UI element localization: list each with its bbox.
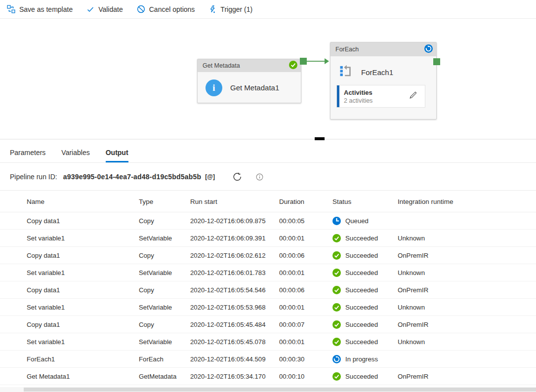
- get-metadata-output-port[interactable]: [300, 58, 307, 65]
- cell-integration-runtime: Unknown: [398, 338, 526, 346]
- cell-status: Succeeded: [332, 338, 398, 346]
- foreach-output-port[interactable]: [433, 58, 440, 65]
- status-succeeded-icon: [332, 320, 341, 329]
- cell-type: SetVariable: [139, 269, 190, 276]
- trigger-label: Trigger (1): [220, 5, 252, 13]
- cell-duration: 00:00:07: [279, 321, 332, 328]
- table-row[interactable]: Copy data1Copy2020-12-02T16:05:54.54600:…: [0, 281, 536, 299]
- status-succeeded-icon: [332, 286, 341, 294]
- cell-name: Get Metadata1: [27, 373, 139, 380]
- foreach-node[interactable]: ForEach ForEach1 Activities 2 activities: [330, 42, 437, 119]
- cell-type: SetVariable: [139, 338, 190, 346]
- table-row[interactable]: Set variable1SetVariable2020-12-02T16:05…: [0, 333, 536, 351]
- cell-name: Copy data1: [27, 321, 139, 328]
- cell-status: Succeeded: [332, 251, 398, 260]
- cancel-icon: [137, 5, 145, 13]
- status-label: Succeeded: [345, 338, 378, 346]
- table-row[interactable]: Set variable1SetVariable2020-12-02T16:06…: [0, 230, 536, 247]
- lightning-icon: [208, 5, 216, 13]
- cell-name: Copy data1: [27, 252, 139, 259]
- cell-name: Set variable1: [27, 269, 139, 276]
- pipeline-toolbar: Save as template Validate Cancel options…: [0, 0, 536, 19]
- foreach-node-body: ForEach1: [330, 56, 436, 80]
- get-metadata-node-header: Get Metadata: [198, 59, 301, 72]
- status-label: Queued: [345, 217, 369, 225]
- cell-integration-runtime: OnPremIR: [398, 252, 526, 259]
- cell-integration-runtime: OnPremIR: [398, 321, 526, 328]
- tab-variables[interactable]: Variables: [61, 149, 89, 162]
- cell-run-start: 2020-12-02T16:06:02.612: [190, 252, 279, 259]
- cell-run-start: 2020-12-02T16:06:09.391: [190, 235, 279, 242]
- cell-status: Queued: [332, 217, 398, 225]
- get-metadata-node-type-label: Get Metadata: [203, 62, 289, 69]
- cell-status: Succeeded: [332, 286, 398, 294]
- status-succeeded-icon: [332, 303, 341, 312]
- table-row[interactable]: Copy data1Copy2020-12-02T16:06:02.61200:…: [0, 247, 536, 264]
- trigger-button[interactable]: Trigger (1): [208, 5, 252, 13]
- copy-run-id-icon[interactable]: [@]: [205, 173, 215, 180]
- cell-name: Set variable1: [27, 304, 139, 311]
- cell-integration-runtime: OnPremIR: [398, 373, 526, 380]
- get-metadata-node-name: Get Metadata1: [230, 83, 279, 92]
- connector-line: [307, 61, 325, 62]
- table-row[interactable]: ForEach1ForEach2020-12-02T16:05:44.50900…: [0, 351, 536, 368]
- foreach-node-name: ForEach1: [361, 68, 393, 77]
- status-inprogress-icon: [332, 355, 341, 363]
- foreach-activities-card[interactable]: Activities 2 activities: [336, 85, 425, 108]
- cell-duration: 00:00:01: [279, 269, 332, 276]
- cell-run-start: 2020-12-02T16:06:01.783: [190, 269, 279, 276]
- column-header-name: Name: [27, 198, 139, 205]
- refresh-button[interactable]: [233, 172, 242, 182]
- status-succeeded-icon: [332, 372, 341, 381]
- info-button[interactable]: [256, 173, 263, 181]
- pipeline-canvas[interactable]: Get Metadata i Get Metadata1 ForEach For…: [0, 19, 536, 139]
- cell-status: Succeeded: [332, 269, 398, 277]
- table-row[interactable]: Copy data1Copy2020-12-02T16:06:09.87500:…: [0, 212, 536, 230]
- cell-type: Copy: [139, 286, 190, 294]
- foreach-node-header: ForEach: [330, 42, 436, 56]
- tab-parameters[interactable]: Parameters: [10, 149, 45, 162]
- horizontal-scrollbar-thumb[interactable]: [24, 388, 536, 392]
- connector-arrow-icon: [325, 58, 329, 64]
- cell-run-start: 2020-12-02T16:05:45.484: [190, 321, 279, 328]
- activity-runs-table: Name Type Run start Duration Status Inte…: [0, 191, 536, 385]
- succeeded-status-icon: [289, 61, 297, 71]
- cell-duration: 00:00:01: [279, 235, 332, 242]
- cell-name: Set variable1: [27, 235, 139, 242]
- cell-duration: 00:00:30: [279, 355, 332, 363]
- cell-name: Copy data1: [27, 217, 139, 225]
- table-row[interactable]: Set variable1SetVariable2020-12-02T16:05…: [0, 299, 536, 316]
- get-metadata-node[interactable]: Get Metadata i Get Metadata1: [197, 59, 301, 103]
- table-row[interactable]: Copy data1Copy2020-12-02T16:05:45.48400:…: [0, 316, 536, 333]
- cell-name: Copy data1: [27, 286, 139, 294]
- cancel-options-button[interactable]: Cancel options: [137, 5, 195, 13]
- cell-name: ForEach1: [27, 355, 139, 363]
- status-label: Succeeded: [345, 235, 378, 242]
- column-header-run-start: Run start: [190, 198, 279, 205]
- cell-duration: 00:00:01: [279, 338, 332, 346]
- template-icon: [7, 5, 15, 13]
- validate-label: Validate: [98, 5, 123, 13]
- cell-type: Copy: [139, 217, 190, 225]
- cell-run-start: 2020-12-02T16:05:54.546: [190, 286, 279, 294]
- pencil-icon: [409, 91, 417, 100]
- foreach-loop-icon: [339, 64, 353, 80]
- panel-tabs: Parameters Variables Output: [0, 140, 536, 163]
- table-row[interactable]: Set variable1SetVariable2020-12-02T16:06…: [0, 264, 536, 281]
- refresh-icon: [233, 172, 242, 182]
- status-label: In progress: [345, 355, 378, 363]
- save-as-template-button[interactable]: Save as template: [7, 5, 73, 13]
- cell-duration: 00:00:10: [279, 373, 332, 380]
- cell-integration-runtime: OnPremIR: [398, 286, 526, 294]
- status-succeeded-icon: [332, 338, 341, 346]
- cell-type: GetMetadata: [139, 373, 190, 380]
- cell-status: Succeeded: [332, 303, 398, 312]
- edit-activities-button[interactable]: [409, 91, 425, 102]
- cancel-options-label: Cancel options: [149, 5, 195, 13]
- status-label: Succeeded: [345, 252, 378, 259]
- validate-button[interactable]: Validate: [86, 5, 123, 13]
- horizontal-scrollbar: [0, 387, 536, 392]
- cell-status: Succeeded: [332, 372, 398, 381]
- tab-output[interactable]: Output: [106, 149, 128, 162]
- table-row[interactable]: Get Metadata1GetMetadata2020-12-02T16:05…: [0, 368, 536, 385]
